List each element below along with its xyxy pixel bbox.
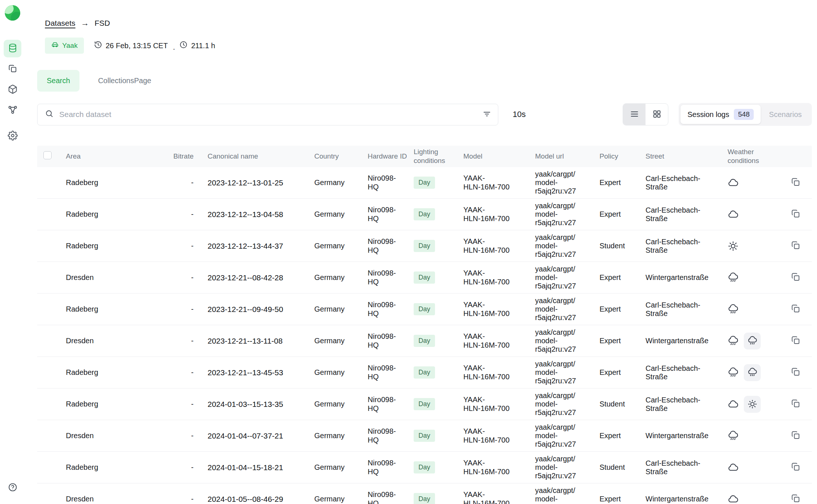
cell-lighting-conditions: Day xyxy=(409,366,459,379)
cell-canonical-name: 2024-01-05--08-46-29 xyxy=(203,495,310,504)
cell-policy: Expert xyxy=(595,432,641,440)
lighting-badge: Day xyxy=(414,240,435,252)
copy-row-button[interactable] xyxy=(791,493,801,504)
search-input[interactable] xyxy=(59,110,477,119)
cell-model-url: yaak/cargpt/ model- r5ajq2ru:v27 xyxy=(531,233,595,259)
cell-canonical-name: 2023-12-12--13-01-25 xyxy=(203,178,310,187)
cell-model: YAAK- HLN-16M-700 xyxy=(459,332,531,349)
sun-icon[interactable] xyxy=(744,396,761,413)
copy-icon xyxy=(791,430,801,441)
cloud-rain-icon xyxy=(728,430,739,441)
copy-row-button[interactable] xyxy=(791,240,801,252)
cell-lighting-conditions: Day xyxy=(409,398,459,410)
sidebar-item-workflows[interactable] xyxy=(4,102,21,119)
grid-view-button[interactable] xyxy=(646,104,668,125)
app-logo[interactable] xyxy=(5,5,20,21)
copy-row-button[interactable] xyxy=(791,304,801,315)
cell-hardware-id: Niro098- HQ xyxy=(363,395,409,412)
table-row[interactable]: Dresden - 2023-12-21--08-42-28 Germany N… xyxy=(37,262,812,294)
cloud-rain-icon[interactable] xyxy=(744,364,761,381)
lighting-badge: Day xyxy=(414,493,435,504)
cell-country: Germany xyxy=(310,368,363,377)
table-row[interactable]: Radeberg - 2023-12-12--13-04-58 Germany … xyxy=(37,199,812,230)
cell-country: Germany xyxy=(310,337,363,345)
cell-weather-conditions xyxy=(720,494,775,504)
cloud-rain-icon[interactable] xyxy=(744,333,761,349)
copy-row-button[interactable] xyxy=(791,335,801,347)
copy-row-button[interactable] xyxy=(791,430,801,441)
table-row[interactable]: Radeberg - 2024-01-03--15-13-35 Germany … xyxy=(37,388,812,420)
table-row[interactable]: Radeberg - 2024-01-04--15-18-21 Germany … xyxy=(37,452,812,483)
source-badge-label: Yaak xyxy=(62,42,78,50)
copy-row-button[interactable] xyxy=(791,367,801,378)
filter-button[interactable] xyxy=(482,110,491,120)
cell-street: Wintergartenstraße xyxy=(641,495,720,503)
cell-model: YAAK- HLN-16M-700 xyxy=(459,459,531,476)
cloud-icon xyxy=(728,177,739,188)
cell-weather-conditions xyxy=(720,272,775,283)
copy-row-button[interactable] xyxy=(791,209,801,220)
refresh-interval[interactable]: 10s xyxy=(513,110,526,119)
list-view-button[interactable] xyxy=(623,104,646,125)
table-row[interactable]: Radeberg - 2023-12-12--13-44-37 Germany … xyxy=(37,230,812,262)
cell-street: Carl-Eschebach-Straße xyxy=(641,238,720,255)
column-header-canonical-name: Canonical name xyxy=(203,152,310,161)
copy-row-button[interactable] xyxy=(791,398,801,410)
nodes-icon xyxy=(8,105,18,116)
table-row[interactable]: Radeberg - 2023-12-21--13-45-53 Germany … xyxy=(37,357,812,388)
sidebar-item-packages[interactable] xyxy=(4,81,21,99)
segment-session-logs[interactable]: Session logs 548 xyxy=(680,105,761,124)
breadcrumb-datasets-link[interactable]: Datasets xyxy=(45,19,75,28)
cell-policy: Expert xyxy=(595,305,641,313)
content-type-switch: Session logs 548 Scenarios xyxy=(679,103,812,126)
cell-model: YAAK- HLN-16M-700 xyxy=(459,206,531,223)
sidebar-item-datasets[interactable] xyxy=(4,40,21,57)
filter-icon xyxy=(482,110,491,120)
segment-scenarios[interactable]: Scenarios xyxy=(761,105,810,124)
tab-search[interactable]: Search xyxy=(37,70,79,92)
cell-policy: Expert xyxy=(595,337,641,345)
cell-hardware-id: Niro098- HQ xyxy=(363,364,409,381)
cell-model: YAAK- HLN-16M-700 xyxy=(459,490,531,504)
cloud-rain-icon xyxy=(728,336,739,347)
cell-bitrate: - xyxy=(168,210,203,219)
clock-icon xyxy=(179,40,188,51)
cell-bitrate: - xyxy=(168,400,203,408)
copy-row-button[interactable] xyxy=(791,177,801,188)
lighting-badge: Day xyxy=(414,335,435,347)
sidebar-item-settings[interactable] xyxy=(4,127,21,145)
table-row[interactable]: Radeberg - 2023-12-12--13-01-25 Germany … xyxy=(37,167,812,199)
cloud-icon xyxy=(728,494,739,504)
column-header-country: Country xyxy=(310,152,363,161)
grid-view-icon xyxy=(652,109,662,120)
lighting-badge: Day xyxy=(414,177,435,189)
copy-row-button[interactable] xyxy=(791,272,801,283)
select-all-checkbox[interactable] xyxy=(43,151,52,159)
cell-weather-conditions xyxy=(720,396,775,413)
source-badge[interactable]: Yaak xyxy=(45,38,84,54)
table-row[interactable]: Radeberg - 2023-12-21--09-49-50 Germany … xyxy=(37,294,812,325)
table-header: Area Bitrate Canonical name Country Hard… xyxy=(37,146,812,167)
cell-weather-conditions xyxy=(720,209,775,220)
breadcrumb-arrow-icon: → xyxy=(81,18,89,28)
cell-street: Carl-Eschebach-Straße xyxy=(641,301,720,318)
cell-hardware-id: Niro098- HQ xyxy=(363,332,409,349)
table-row[interactable]: Dresden - 2024-01-04--07-37-21 Germany N… xyxy=(37,420,812,452)
cell-hardware-id: Niro098- HQ xyxy=(363,459,409,476)
help-icon xyxy=(8,482,18,494)
cell-policy: Expert xyxy=(595,495,641,503)
table-row[interactable]: Dresden - 2024-01-05--08-46-29 Germany N… xyxy=(37,483,812,504)
copy-row-button[interactable] xyxy=(791,462,801,473)
column-header-bitrate: Bitrate xyxy=(168,152,203,161)
session-logs-count-badge: 548 xyxy=(734,109,754,120)
cell-lighting-conditions: Day xyxy=(409,430,459,442)
sidebar-item-collections[interactable] xyxy=(4,60,21,78)
cell-model: YAAK- HLN-16M-700 xyxy=(459,364,531,381)
tab-collections-page[interactable]: CollectionsPage xyxy=(88,70,161,92)
table-row[interactable]: Dresden - 2023-12-21--13-11-08 Germany N… xyxy=(37,325,812,357)
cell-weather-conditions xyxy=(720,304,775,315)
column-header-policy: Policy xyxy=(595,152,641,161)
sidebar-item-help[interactable] xyxy=(4,479,21,497)
lighting-badge: Day xyxy=(414,398,435,410)
sidebar-nav xyxy=(4,40,21,145)
